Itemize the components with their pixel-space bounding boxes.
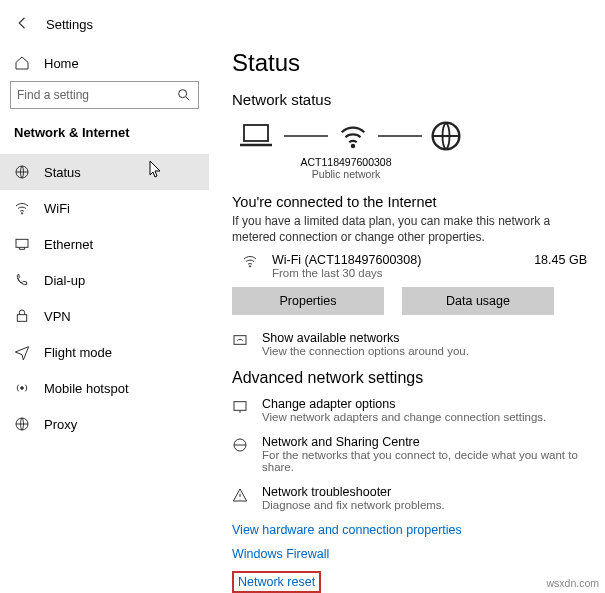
home-label: Home [44, 56, 79, 71]
show-networks-option[interactable]: Show available networks View the connect… [232, 331, 595, 357]
connected-desc: If you have a limited data plan, you can… [232, 213, 572, 245]
svg-rect-7 [244, 125, 268, 141]
proxy-icon [14, 416, 30, 432]
sidebar-item-label: Mobile hotspot [44, 381, 129, 396]
trouble-title: Network troubleshooter [262, 485, 445, 499]
sidebar-item-label: Flight mode [44, 345, 112, 360]
svg-point-0 [179, 90, 187, 98]
sidebar-item-label: Proxy [44, 417, 77, 432]
properties-button[interactable]: Properties [232, 287, 384, 315]
sharing-option[interactable]: Network and Sharing Centre For the netwo… [232, 435, 595, 473]
sidebar-item-label: VPN [44, 309, 71, 324]
adapter-sub: View network adapters and change connect… [262, 411, 546, 423]
diagram-ssid: ACT118497600308 [286, 156, 406, 168]
wifi-icon [14, 200, 30, 216]
watermark: wsxdn.com [546, 577, 599, 589]
search-icon [176, 87, 192, 103]
vpn-icon [14, 308, 30, 324]
sidebar-item-proxy[interactable]: Proxy [0, 406, 209, 442]
sharing-icon [232, 437, 248, 453]
connection-row: Wi-Fi (ACT118497600308) From the last 30… [232, 253, 595, 279]
home-icon [14, 55, 30, 71]
sidebar-item-dialup[interactable]: Dial-up [0, 262, 209, 298]
connection-usage: 18.45 GB [534, 253, 595, 267]
wifi-icon [242, 253, 258, 269]
svg-rect-3 [16, 239, 28, 247]
trouble-sub: Diagnose and fix network problems. [262, 499, 445, 511]
svg-rect-4 [17, 315, 26, 322]
svg-point-2 [21, 213, 22, 214]
svg-point-5 [21, 387, 24, 390]
adapter-icon [232, 399, 248, 415]
network-diagram [236, 120, 591, 152]
connected-heading: You're connected to the Internet [232, 194, 595, 210]
section-network-status: Network status [232, 91, 595, 108]
globe-icon [430, 120, 462, 152]
warning-icon [232, 487, 248, 503]
cursor-icon [149, 160, 163, 181]
laptop-icon [236, 121, 276, 151]
show-networks-sub: View the connection options around you. [262, 345, 469, 357]
sidebar-item-vpn[interactable]: VPN [0, 298, 209, 334]
sidebar-item-status[interactable]: Status [0, 154, 209, 190]
svg-rect-14 [234, 402, 246, 411]
data-usage-button[interactable]: Data usage [402, 287, 554, 315]
connection-sub: From the last 30 days [272, 267, 421, 279]
sidebar-item-label: Status [44, 165, 81, 180]
sharing-title: Network and Sharing Centre [262, 435, 595, 449]
hardware-link[interactable]: View hardware and connection properties [232, 523, 595, 537]
wifi-monitor-icon [232, 333, 248, 349]
sidebar-item-ethernet[interactable]: Ethernet [0, 226, 209, 262]
sidebar-item-label: Dial-up [44, 273, 85, 288]
sidebar-item-hotspot[interactable]: Mobile hotspot [0, 370, 209, 406]
wifi-large-icon [336, 121, 370, 151]
connection-name: Wi-Fi (ACT118497600308) [272, 253, 421, 267]
show-networks-title: Show available networks [262, 331, 469, 345]
adapter-title: Change adapter options [262, 397, 546, 411]
svg-point-9 [351, 144, 354, 147]
main-content: Status Network status ACT118497600308 Pu… [210, 41, 605, 593]
link-line-icon [378, 133, 422, 139]
sidebar-item-wifi[interactable]: WiFi [0, 190, 209, 226]
advanced-heading: Advanced network settings [232, 369, 595, 387]
firewall-link[interactable]: Windows Firewall [232, 547, 595, 561]
link-line-icon [284, 133, 328, 139]
sidebar-heading: Network & Internet [0, 125, 209, 154]
ethernet-icon [14, 236, 30, 252]
sidebar-item-label: WiFi [44, 201, 70, 216]
search-placeholder: Find a setting [17, 88, 89, 102]
svg-rect-13 [234, 336, 246, 345]
status-icon [14, 164, 30, 180]
network-reset-link[interactable]: Network reset [232, 571, 321, 593]
back-button[interactable] [14, 14, 32, 35]
diagram-net-type: Public network [286, 168, 406, 180]
sidebar: Home Find a setting Network & Internet S… [0, 41, 210, 593]
svg-point-12 [249, 266, 250, 267]
page-title: Status [232, 49, 595, 77]
adapter-option[interactable]: Change adapter options View network adap… [232, 397, 595, 423]
dialup-icon [14, 272, 30, 288]
search-input[interactable]: Find a setting [10, 81, 199, 109]
troubleshooter-option[interactable]: Network troubleshooter Diagnose and fix … [232, 485, 595, 511]
sidebar-item-flight[interactable]: Flight mode [0, 334, 209, 370]
hotspot-icon [14, 380, 30, 396]
window-title: Settings [46, 17, 93, 32]
sharing-sub: For the networks that you connect to, de… [262, 449, 595, 473]
sidebar-item-label: Ethernet [44, 237, 93, 252]
airplane-icon [14, 344, 30, 360]
home-nav[interactable]: Home [0, 49, 209, 81]
